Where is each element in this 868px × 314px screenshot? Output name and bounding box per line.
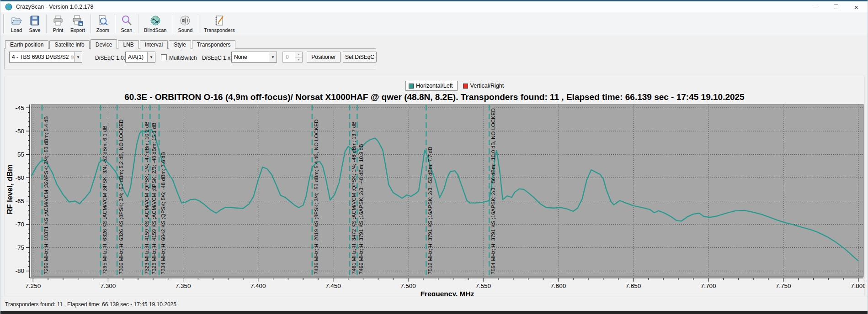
app-window: CrazyScan - Version 1.0.2.178 × LoadSave… [0, 0, 868, 314]
toolbar-separator [138, 14, 138, 33]
x-tick-label: 7.400 [250, 283, 266, 289]
status-bar: Transponders found: 11 , Elapsed time: 6… [0, 297, 868, 311]
blindscan-button[interactable]: BlindScan [141, 13, 170, 34]
x-tick-label: 7.300 [101, 283, 116, 289]
x-tick-label: 7.350 [176, 283, 191, 289]
open-folder-icon [11, 15, 22, 26]
toolbar-button-label: Print [53, 27, 64, 33]
minimize-icon [813, 7, 818, 7]
transponder-marker-label: 7256 MHz; H; 10371 KS ;ACM/VCM ;32APSK; … [43, 116, 49, 274]
transponder-marker-label: 7466 MHz; H; 3791 KS ;16APSK; 2/3; -48 d… [358, 144, 364, 274]
x-tick-label: 7.700 [701, 283, 716, 289]
y-tick-label: -80 [15, 267, 24, 274]
tab-style[interactable]: Style [169, 40, 191, 49]
chevron-down-icon[interactable]: ▼ [74, 52, 82, 62]
multiswitch-checkbox[interactable] [161, 54, 167, 60]
chart-title: 60.3E - ORBITRON O-16 (4,9m off-focus)/ … [5, 92, 864, 102]
toolbar: LoadSavePrintExportZoomScanBlindScanSoun… [0, 12, 868, 35]
chevron-down-icon[interactable]: ▼ [269, 52, 277, 62]
transponder-marker-label: 7512 MHz; H; 3791 KS ;16APSK; 2/3; -53 d… [427, 147, 433, 274]
toolbar-button-label: Transponders [204, 27, 234, 33]
transponder-marker-label: 7323 MHz; H; 4159 KS ;ACM/VCM ;QPSK; 1/4… [144, 121, 149, 274]
spectrum-plot[interactable]: -45-50-55-60-65-70-75-807.2507.3007.3507… [5, 104, 865, 296]
export-button[interactable]: Export [67, 13, 88, 34]
diseqc1x-select[interactable]: None ▼ [231, 52, 277, 63]
diseqc10-select[interactable]: A/A(1) ▼ [125, 52, 155, 63]
transponder-marker-label: 7295 MHz; H; 6326 KS ;ACM/VCM ;8PSK; 3/4… [102, 126, 107, 274]
multiswitch-label: MultiSwitch [169, 55, 197, 61]
toolbar-button-label: Zoom [96, 27, 109, 33]
window-title: CrazyScan - Version 1.0.2.178 [16, 4, 94, 10]
floppy-disk-icon [29, 15, 41, 26]
chart-legend: Horizontal/LeftVertical/Right [405, 81, 504, 91]
y-tick-label: -70 [15, 221, 24, 228]
positioner-button[interactable]: Positioner [307, 52, 341, 63]
spinner-down-icon[interactable]: ▼ [295, 58, 302, 63]
tab-earth-position[interactable]: Earth position [5, 40, 48, 49]
legend-item-horizontal-left[interactable]: Horizontal/Left [405, 81, 458, 91]
diseqc1x-label: DiSEqC 1.x: [202, 55, 232, 61]
tab-device[interactable]: Device [91, 39, 117, 49]
toolbar-separator [198, 14, 198, 33]
toolbar-button-label: BlindScan [144, 27, 167, 33]
y-tick-label: -65 [15, 198, 24, 204]
toolbar-button-label: Save [29, 27, 40, 33]
zoom-button[interactable]: Zoom [93, 13, 112, 34]
legend-item-vertical-right[interactable]: Vertical/Right [463, 83, 504, 89]
status-text: Transponders found: 11 , Elapsed time: 6… [5, 301, 176, 308]
spectrum-chart[interactable]: Horizontal/LeftVertical/Right 60.3E - OR… [4, 76, 865, 295]
print-button[interactable]: Print [49, 13, 67, 34]
tuner-select-value: 4 - TBS 6903 DVBS/S2 Tuner 0 [10, 54, 74, 60]
load-button[interactable]: Load [7, 13, 26, 34]
toolbar-grip[interactable] [3, 14, 5, 33]
transponder-marker-label: 7306 MHz; H; 6326 KS ;8PSK; 3/4; -50 dBm… [118, 120, 124, 274]
x-tick-label: 7.550 [475, 283, 491, 289]
x-tick-label: 7.450 [325, 283, 341, 289]
chevron-down-icon[interactable]: ▼ [147, 52, 155, 62]
position-spinner-value: 0 [283, 52, 295, 62]
diseqc10-label: DiSEqC 1.0: [95, 55, 125, 61]
title-bar[interactable]: CrazyScan - Version 1.0.2.178 × [0, 1, 868, 12]
toolbar-button-label: Export [70, 27, 85, 33]
legend-label: Vertical/Right [470, 83, 504, 89]
tab-satellite-info[interactable]: Satellite info [49, 40, 89, 49]
scan-button[interactable]: Scan [117, 13, 136, 34]
spinner-up-icon[interactable]: ▲ [295, 52, 302, 58]
tab-interval[interactable]: Interval [140, 40, 168, 49]
toolbar-button-label: Load [11, 27, 22, 33]
legend-swatch [463, 84, 468, 89]
toolbar-separator [46, 14, 47, 33]
position-spinner[interactable]: 0 ▲ ▼ [282, 52, 303, 63]
maximize-button[interactable] [825, 1, 846, 12]
transponder-marker-label: 7334 MHz; H; 6042 KS ;QPSK; 5/6; -48 dBm… [160, 152, 166, 274]
tab-lnb[interactable]: LNB [118, 40, 138, 49]
close-button[interactable]: × [846, 1, 867, 12]
window-bottom-border [0, 311, 868, 314]
diseqc10-select-value: A/A(1) [126, 54, 147, 60]
tab-strip: Earth positionSatellite infoDeviceLNBInt… [5, 39, 235, 49]
x-axis-title: Frequency, MHz [421, 290, 474, 296]
y-tick-label: -45 [15, 105, 24, 111]
x-tick-label: 7.650 [626, 283, 641, 289]
y-tick-label: -50 [15, 128, 24, 135]
y-tick-label: -75 [15, 244, 24, 251]
window-top-border [0, 0, 868, 1]
x-tick-label: 7.800 [851, 283, 865, 289]
tuner-select[interactable]: 4 - TBS 6903 DVBS/S2 Tuner 0 ▼ [9, 52, 82, 63]
toolbar-button-label: Scan [121, 27, 132, 33]
transponder-marker-label: 7461 MHz; H; 3472 KS ;ACM/VCM ;QPSK; 1/4… [351, 121, 357, 274]
toolbar-separator [172, 14, 172, 33]
transponder-marker-label: 7436 MHz; H; 2019 KS ;8PSK; 3/4; -53 dBm… [314, 120, 319, 274]
legend-label: Horizontal/Left [416, 83, 453, 89]
save-button[interactable]: Save [26, 13, 44, 34]
toolbar-button-label: Sound [178, 27, 192, 33]
x-tick-label: 7.750 [776, 283, 791, 289]
sound-button[interactable]: Sound [175, 13, 196, 34]
zoom-document-icon [97, 15, 109, 26]
tab-transponders[interactable]: Transponders [192, 40, 236, 49]
toolbar-separator [91, 14, 91, 33]
close-icon: × [854, 4, 858, 10]
minimize-button[interactable] [805, 1, 825, 12]
set-diseqc-button[interactable]: Set DiSEqC [343, 52, 377, 63]
transponders-button[interactable]: Transponders [201, 13, 238, 34]
